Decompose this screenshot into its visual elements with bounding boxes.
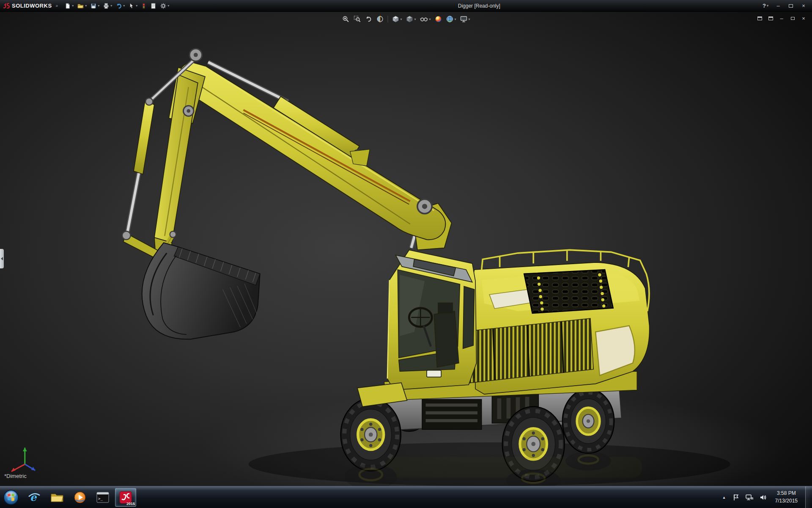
save-dropdown-arrow[interactable]: ▾: [98, 4, 99, 8]
restore-document-button[interactable]: [788, 14, 797, 22]
restore-document-icon: [791, 17, 795, 20]
show-desktop-button[interactable]: [805, 486, 810, 508]
hidden-icons-chevron[interactable]: ▴: [721, 495, 727, 500]
excavator-3d-model[interactable]: [0, 12, 812, 486]
restore-button[interactable]: [785, 1, 797, 11]
view-settings-icon: [460, 15, 468, 23]
zoom-to-area-icon: [353, 15, 361, 23]
hide-show-items-button[interactable]: ▾: [418, 14, 432, 24]
wheel-rear-right: [562, 389, 614, 453]
toolbar-separator: [387, 16, 388, 22]
start-button[interactable]: [0, 486, 22, 508]
close-button[interactable]: ×: [798, 1, 809, 11]
view-orientation-label: *Dimetric: [4, 473, 27, 479]
print-button[interactable]: ▾: [102, 1, 113, 11]
help-label: ?: [763, 3, 766, 9]
apply-scene-dropdown-arrow[interactable]: ▾: [455, 17, 456, 21]
close-document-button[interactable]: ×: [799, 14, 808, 22]
new-dropdown-arrow[interactable]: ▾: [72, 4, 74, 8]
quick-access-toolbar: ▾ ▾ ▾ ▾ ▾: [63, 1, 170, 11]
undo-button[interactable]: ▾: [114, 1, 126, 11]
network-icon[interactable]: [745, 492, 754, 502]
taskbar-internet-explorer-button[interactable]: e: [24, 488, 45, 507]
undo-arrow-icon: [115, 3, 122, 9]
taskbar-windows-explorer-button[interactable]: [47, 488, 68, 507]
feature-panel-collapse-tab[interactable]: [0, 249, 4, 268]
hide-show-dropdown-arrow[interactable]: ▾: [429, 17, 431, 21]
rebuild-traffic-light-icon: [141, 3, 147, 9]
collapse-arrow-icon: [1, 257, 3, 260]
engine-deck: [460, 250, 649, 394]
brand-name: SOLIDWORKS: [12, 3, 52, 9]
save-button[interactable]: ▾: [89, 1, 101, 11]
help-button[interactable]: ? ▾: [760, 1, 771, 11]
minimize-button[interactable]: –: [772, 1, 784, 11]
previous-view-icon: [365, 15, 372, 23]
file-properties-icon: [150, 3, 156, 9]
volume-icon[interactable]: [758, 492, 768, 502]
section-view-button[interactable]: [375, 14, 385, 24]
internet-explorer-icon: e: [27, 490, 41, 505]
graphics-viewport[interactable]: ▾ ▾ ▾ ▾ ▾: [0, 12, 812, 486]
bucket: [142, 243, 260, 339]
print-dropdown-arrow[interactable]: ▾: [110, 4, 112, 8]
windows-start-orb-icon: [3, 489, 19, 506]
windows-taskbar: e: [0, 486, 812, 508]
cascade-window-button[interactable]: [766, 14, 775, 22]
svg-text:e: e: [30, 491, 37, 503]
new-document-icon: [64, 3, 71, 9]
save-floppy-icon: [90, 3, 97, 9]
zoom-to-fit-button[interactable]: [340, 14, 351, 24]
cascade-window-icon: [768, 17, 773, 20]
apply-scene-button[interactable]: ▾: [445, 14, 458, 24]
select-button[interactable]: ▾: [127, 1, 139, 11]
view-orientation-button[interactable]: ▾: [390, 14, 403, 24]
rebuild-button[interactable]: [140, 1, 148, 11]
file-properties-button[interactable]: [149, 1, 158, 11]
media-player-icon: [73, 491, 87, 504]
new-button[interactable]: ▾: [63, 1, 75, 11]
view-settings-button[interactable]: ▾: [459, 14, 472, 24]
previous-view-button[interactable]: [363, 14, 373, 24]
windows-explorer-folder-icon: [50, 491, 64, 504]
minimize-document-button[interactable]: –: [777, 14, 786, 22]
undo-dropdown-arrow[interactable]: ▾: [123, 4, 125, 8]
select-dropdown-arrow[interactable]: ▾: [136, 4, 137, 8]
title-bar: SOLIDWORKS » ▾ ▾ ▾ ▾: [0, 0, 812, 12]
taskbar-clock[interactable]: 3:58 PM 7/13/2015: [772, 490, 801, 505]
options-button[interactable]: ▾: [159, 1, 170, 11]
solidworks-version-badge: 2015: [126, 502, 135, 506]
options-gear-icon: [160, 3, 167, 9]
brand-menu-chevron-icon[interactable]: »: [54, 3, 60, 8]
action-center-icon[interactable]: [731, 492, 741, 502]
system-tray: ▴ 3:58 PM 7/13/2015: [721, 486, 812, 508]
select-cursor-icon: [128, 3, 135, 9]
edit-appearance-button[interactable]: [433, 14, 444, 24]
view-orientation-cube-icon: [392, 15, 399, 23]
printer-icon: [103, 3, 110, 9]
restore-icon: [789, 4, 793, 8]
open-dropdown-arrow[interactable]: ▾: [85, 4, 87, 8]
zoom-to-area-button[interactable]: [352, 14, 362, 24]
display-style-button[interactable]: ▾: [404, 14, 417, 24]
heads-up-view-toolbar: ▾ ▾ ▾ ▾ ▾: [340, 14, 471, 24]
taskbar-solidworks-button[interactable]: 2015: [115, 488, 136, 507]
command-prompt-icon: >_: [96, 491, 110, 503]
taskbar-buttons: e: [24, 488, 136, 507]
clock-date: 7/13/2015: [775, 497, 798, 505]
display-style-dropdown-arrow[interactable]: ▾: [414, 17, 416, 21]
orientation-triad: [11, 447, 35, 471]
view-orientation-dropdown-arrow[interactable]: ▾: [400, 17, 402, 21]
taskbar-media-player-button[interactable]: [69, 488, 91, 507]
open-folder-icon: [77, 3, 84, 9]
section-view-icon: [376, 15, 384, 23]
taskbar-command-prompt-button[interactable]: >_: [92, 488, 113, 507]
solidworks-logo-icon: [3, 3, 10, 9]
options-dropdown-arrow[interactable]: ▾: [167, 4, 169, 8]
app-brand: SOLIDWORKS »: [0, 3, 63, 9]
titlebar-window-controls: ? ▾ – ×: [760, 1, 812, 11]
zoom-to-fit-icon: [342, 15, 349, 23]
open-button[interactable]: ▾: [76, 1, 88, 11]
tile-window-button[interactable]: [755, 14, 764, 22]
view-settings-dropdown-arrow[interactable]: ▾: [469, 17, 470, 21]
